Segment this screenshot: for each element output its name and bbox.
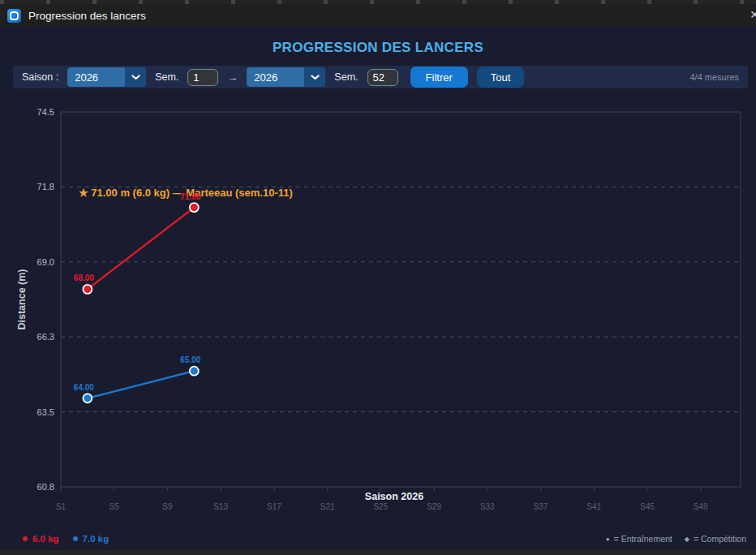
x-tick-label: S5 bbox=[110, 502, 120, 511]
progression-chart: 74.571.869.066.363.560.8S1S5S9S13S17S21S… bbox=[0, 101, 756, 531]
week-to-label: Sem. bbox=[334, 71, 358, 83]
legend-dot-icon bbox=[23, 536, 28, 541]
x-tick-label: S37 bbox=[534, 502, 548, 511]
close-icon[interactable]: ✕ bbox=[750, 8, 756, 21]
x-axis-title: Saison 2026 bbox=[365, 491, 423, 502]
y-tick-label: 66.3 bbox=[37, 332, 54, 342]
x-tick-label: S33 bbox=[480, 502, 495, 511]
legend-label: 7.0 kg bbox=[83, 534, 110, 544]
x-tick-label: S21 bbox=[320, 502, 335, 511]
week-from-input[interactable] bbox=[187, 69, 218, 86]
x-tick-label: S41 bbox=[586, 502, 601, 511]
data-point[interactable] bbox=[190, 367, 199, 376]
series-line bbox=[88, 371, 194, 398]
titlebar: Progression des lancers ✕ bbox=[0, 4, 756, 27]
x-tick-label: S49 bbox=[694, 502, 708, 511]
legend-label: 6.0 kg bbox=[32, 534, 59, 544]
chevron-down-icon bbox=[125, 67, 146, 87]
season-to-value: 2026 bbox=[247, 67, 304, 87]
filter-bar: Saison : 2026 Sem. → 2026 Sem. Filtrer T… bbox=[13, 66, 748, 88]
x-tick-label: S25 bbox=[373, 502, 388, 511]
data-point[interactable] bbox=[83, 394, 92, 402]
window-title: Progression des lancers bbox=[28, 10, 146, 22]
marker-label: = Compétition bbox=[694, 534, 746, 544]
x-tick-label: S45 bbox=[640, 502, 655, 511]
legend-row: 6.0 kg7.0 kg ●= Entraînement◆= Compétiti… bbox=[0, 531, 756, 547]
legend-series: 6.0 kg7.0 kg bbox=[23, 534, 109, 544]
x-tick-label: S13 bbox=[213, 502, 228, 511]
page-title: PROGRESSION DES LANCERS bbox=[0, 40, 756, 56]
marker-legend-item: ●= Entraînement bbox=[606, 534, 672, 544]
filter-button[interactable]: Filtrer bbox=[410, 67, 468, 88]
measures-count: 4/4 mesures bbox=[689, 72, 739, 82]
arrow-right-icon: → bbox=[227, 71, 238, 84]
marker-legend-item: ◆= Compétition bbox=[685, 534, 746, 544]
data-point[interactable] bbox=[83, 285, 92, 294]
chevron-down-icon bbox=[304, 67, 325, 87]
window-edge-bottom bbox=[0, 550, 756, 555]
legend-dot-icon bbox=[73, 536, 78, 541]
marker-symbol-icon: ● bbox=[606, 536, 610, 543]
y-axis-title: Distance (m) bbox=[16, 269, 28, 329]
season-from-value: 2026 bbox=[67, 67, 125, 87]
week-to-input[interactable] bbox=[367, 69, 398, 86]
y-tick-label: 69.0 bbox=[37, 257, 54, 267]
legend-markers: ●= Entraînement◆= Compétition bbox=[606, 534, 746, 544]
x-tick-label: S29 bbox=[427, 502, 441, 511]
series-line bbox=[88, 208, 194, 290]
week-from-label: Sem. bbox=[155, 71, 178, 83]
point-label: 64.00 bbox=[74, 383, 94, 392]
plot-border bbox=[61, 112, 741, 487]
season-to-select[interactable]: 2026 bbox=[247, 67, 325, 87]
y-tick-label: 63.5 bbox=[37, 407, 54, 417]
point-label: 65.00 bbox=[180, 355, 200, 364]
marker-label: = Entraînement bbox=[614, 534, 672, 544]
marker-symbol-icon: ◆ bbox=[685, 536, 689, 543]
all-button[interactable]: Tout bbox=[477, 67, 525, 88]
x-tick-label: S9 bbox=[162, 502, 173, 511]
y-tick-label: 71.8 bbox=[37, 182, 54, 191]
y-tick-label: 74.5 bbox=[37, 107, 54, 117]
season-from-select[interactable]: 2026 bbox=[67, 67, 146, 87]
point-label: 71.00 bbox=[180, 192, 200, 201]
legend-item[interactable]: 7.0 kg bbox=[73, 534, 110, 544]
x-tick-label: S1 bbox=[56, 502, 67, 511]
data-point[interactable] bbox=[190, 203, 199, 212]
y-tick-label: 60.8 bbox=[37, 482, 54, 492]
legend-item[interactable]: 6.0 kg bbox=[23, 534, 59, 544]
app-icon bbox=[7, 9, 21, 23]
point-label: 68.00 bbox=[74, 273, 94, 282]
season-label: Saison : bbox=[22, 71, 58, 83]
x-tick-label: S17 bbox=[267, 502, 281, 511]
